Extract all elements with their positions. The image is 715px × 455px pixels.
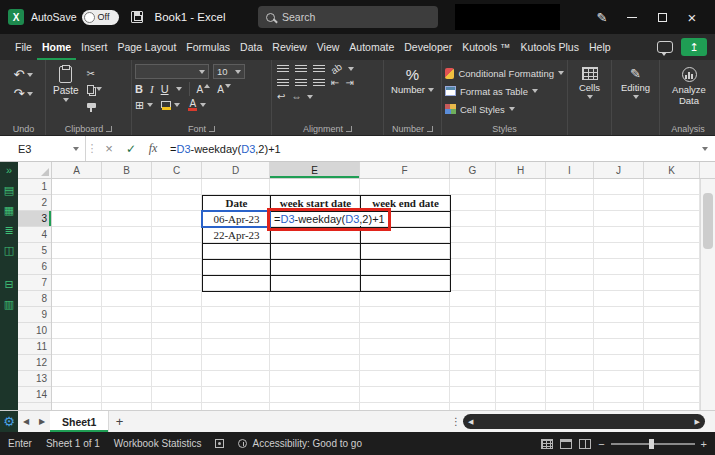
comments-icon[interactable] xyxy=(657,41,673,53)
font-name-select[interactable] xyxy=(135,64,209,79)
column-header-H[interactable]: H xyxy=(496,162,546,178)
accessibility-status[interactable]: Accessibility: Good to go xyxy=(238,438,362,449)
align-right-button[interactable] xyxy=(313,79,325,88)
tab-review[interactable]: Review xyxy=(267,34,311,60)
zoom-in-button[interactable]: + xyxy=(701,438,707,450)
cell-D4[interactable]: 22-Apr-23 xyxy=(203,228,271,244)
row-header-5[interactable]: 5 xyxy=(18,243,51,259)
cell-styles-button[interactable]: Cell Styles xyxy=(445,100,564,118)
insert-function-button[interactable]: fx xyxy=(142,136,164,161)
column-header-E[interactable]: E xyxy=(270,162,360,178)
fill-color-button[interactable] xyxy=(161,101,180,110)
number-format-button[interactable]: % Number xyxy=(387,64,438,95)
cell-D5[interactable] xyxy=(203,244,271,260)
normal-view-button[interactable] xyxy=(541,439,553,449)
zoom-out-button[interactable]: − xyxy=(598,438,604,450)
merge-center-button[interactable]: ⇔ xyxy=(291,92,301,102)
sheet-tab-sheet1[interactable]: Sheet1 xyxy=(50,411,109,432)
page-layout-view-button[interactable] xyxy=(560,439,572,449)
row-header-3[interactable]: 3 xyxy=(18,211,51,227)
format-as-table-button[interactable]: Format as Table xyxy=(445,82,564,100)
select-all-corner[interactable] xyxy=(18,162,52,178)
cell-D6[interactable] xyxy=(203,260,271,276)
tab-automate[interactable]: Automate xyxy=(344,34,399,60)
undo-button[interactable]: ↶ xyxy=(14,68,34,81)
alignment-dialog-launcher[interactable] xyxy=(346,126,352,132)
scroll-right-icon[interactable]: ▶ xyxy=(695,418,700,425)
kutools-pane-icon-3[interactable]: ≣ xyxy=(4,225,13,236)
expand-formula-bar-button[interactable] xyxy=(695,136,715,161)
number-dialog-launcher[interactable] xyxy=(427,126,433,132)
cell-D2[interactable]: Date xyxy=(203,196,271,212)
clipboard-dialog-launcher[interactable] xyxy=(106,126,112,132)
kutools-pane-icon-4[interactable]: ◫ xyxy=(4,245,14,256)
share-button[interactable]: ↥ xyxy=(681,38,707,56)
tab-help[interactable]: Help xyxy=(584,34,616,60)
macro-record-icon[interactable] xyxy=(215,439,224,448)
kutools-pane-icon-1[interactable]: ▤ xyxy=(4,185,14,196)
kutools-pane-icon-5[interactable]: ⊟ xyxy=(4,279,13,290)
font-color-button[interactable]: A xyxy=(188,99,206,111)
cell-E2[interactable]: week start date xyxy=(271,196,361,212)
top-align-button[interactable] xyxy=(277,65,289,74)
row-header-13[interactable]: 13 xyxy=(18,371,51,387)
cell-E7[interactable] xyxy=(271,276,361,292)
conditional-formatting-button[interactable]: Conditional Formatting xyxy=(445,64,564,82)
new-sheet-button[interactable]: + xyxy=(109,414,129,429)
tab-formulas[interactable]: Formulas xyxy=(181,34,235,60)
tab-kutools[interactable]: Kutools ™ xyxy=(457,34,515,60)
row-header-10[interactable]: 10 xyxy=(18,323,51,339)
cell-E5[interactable] xyxy=(271,244,361,260)
tab-page-layout[interactable]: Page Layout xyxy=(112,34,181,60)
row-header-4[interactable]: 4 xyxy=(18,227,51,243)
name-box[interactable]: E3 xyxy=(0,136,86,161)
analyze-data-button[interactable]: Analyze Data xyxy=(663,64,715,106)
borders-button[interactable]: ⊞ xyxy=(135,100,153,111)
redo-button[interactable]: ↷ xyxy=(14,87,34,100)
wrap-text-button[interactable]: ↩ xyxy=(277,92,285,102)
cell-F5[interactable] xyxy=(361,244,451,260)
zoom-slider-knob[interactable] xyxy=(649,439,654,449)
kutools-pane-icon-2[interactable]: ▦ xyxy=(4,205,14,216)
cell-E4[interactable] xyxy=(271,228,361,244)
cell-D3[interactable]: 06-Apr-23 xyxy=(203,212,271,228)
row-header-7[interactable]: 7 xyxy=(18,275,51,291)
row-header-1[interactable]: 1 xyxy=(18,179,51,195)
orientation-button[interactable]: ab xyxy=(329,62,344,77)
column-header-A[interactable]: A xyxy=(52,162,102,178)
grid-canvas[interactable]: Date week start date week end date 06-Ap… xyxy=(52,179,700,410)
page-break-view-button[interactable] xyxy=(579,439,591,449)
bottom-align-button[interactable] xyxy=(313,65,325,74)
row-header-8[interactable]: 8 xyxy=(18,291,51,307)
column-header-F[interactable]: F xyxy=(360,162,450,178)
format-painter-button[interactable] xyxy=(87,99,102,111)
draw-pen-icon[interactable]: ✎ xyxy=(587,0,617,34)
confirm-entry-button[interactable]: ✓ xyxy=(120,136,142,161)
tab-kutools-plus[interactable]: Kutools Plus xyxy=(516,34,584,60)
search-box[interactable]: Search xyxy=(258,6,438,28)
vertical-scrollbar[interactable] xyxy=(700,179,715,410)
tab-bar-options-icon[interactable]: ⋮ xyxy=(449,416,463,427)
tab-data[interactable]: Data xyxy=(235,34,267,60)
decrease-indent-button[interactable]: ⇤ xyxy=(331,78,339,88)
cell-E6[interactable] xyxy=(271,260,361,276)
tab-file[interactable]: File xyxy=(10,34,37,60)
increase-indent-button[interactable]: ⇥ xyxy=(345,78,353,88)
column-header-B[interactable]: B xyxy=(102,162,152,178)
column-header-K[interactable]: K xyxy=(644,162,700,178)
sheet-count[interactable]: Sheet 1 of 1 xyxy=(46,438,100,449)
align-center-button[interactable] xyxy=(295,79,307,88)
cancel-entry-button[interactable]: × xyxy=(98,136,120,161)
copy-button[interactable] xyxy=(87,83,102,95)
row-header-14[interactable]: 14 xyxy=(18,387,51,403)
paste-button[interactable]: Paste xyxy=(49,64,83,121)
active-cell-formula[interactable]: =D3-weekday(D3,2)+1 xyxy=(274,212,387,226)
excel-app-icon[interactable]: X xyxy=(8,9,24,25)
cell-F2[interactable]: week end date xyxy=(361,196,451,212)
scroll-left-icon[interactable]: ◀ xyxy=(468,418,473,425)
tab-home[interactable]: Home xyxy=(37,34,76,60)
zoom-slider[interactable] xyxy=(611,443,695,445)
save-icon[interactable] xyxy=(131,11,143,23)
previous-sheet-button[interactable]: ◀ xyxy=(18,417,34,426)
settings-gear-icon[interactable]: ⚙ xyxy=(3,415,15,428)
